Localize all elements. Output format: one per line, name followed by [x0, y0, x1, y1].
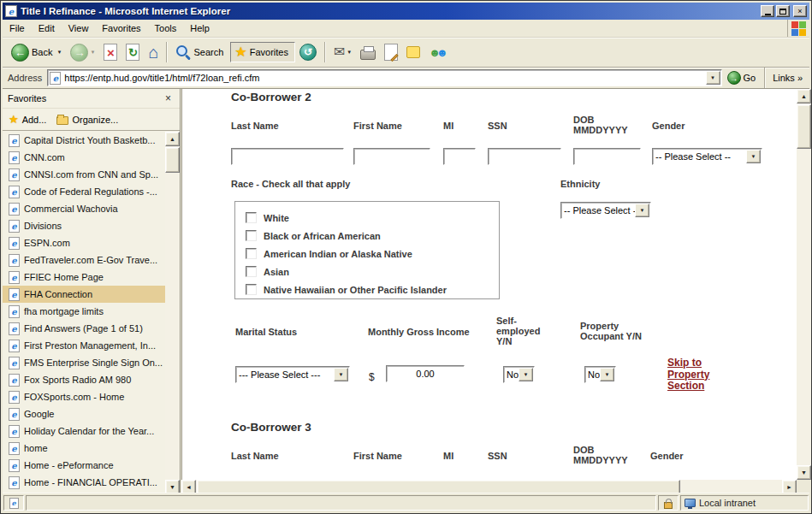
race-option[interactable]: Native Hawaiian or Other Pacific Islande…	[246, 281, 499, 298]
scrollbar-thumb[interactable]	[165, 147, 180, 173]
favorite-item[interactable]: eHome - FINANCIAL OPERATI...	[3, 474, 165, 491]
favorite-item[interactable]: eFOXSports.com - Home	[3, 388, 165, 405]
ie-page-icon: e	[9, 408, 20, 421]
monthly-gross-income-input[interactable]	[386, 365, 465, 382]
race-checkbox-4[interactable]	[246, 284, 257, 295]
back-button[interactable]: ← Back ▼	[7, 40, 66, 65]
dob-label: DOB MMDDYYYY	[573, 115, 628, 135]
links-bar[interactable]: Links »	[769, 73, 806, 83]
race-option[interactable]: Asian	[246, 263, 499, 281]
chevron-down-icon[interactable]: ▼	[600, 368, 614, 381]
add-favorite-button[interactable]: ★ Add...	[9, 114, 46, 125]
mail-dropdown-icon[interactable]: ▼	[347, 50, 352, 55]
mail-button[interactable]: ✉ ▼	[329, 42, 356, 62]
favorites-button[interactable]: ★ Favorites	[230, 42, 295, 62]
search-button[interactable]: Search	[171, 41, 230, 63]
favorite-item-selected[interactable]: eFHA Connection	[3, 286, 165, 303]
favorite-item[interactable]: eFFIEC Home Page	[3, 269, 165, 286]
scroll-up-icon[interactable]: ▲	[797, 89, 811, 103]
print-button[interactable]	[356, 42, 380, 63]
mi-input[interactable]	[443, 148, 476, 165]
favorite-item[interactable]: efha mortgage limits	[3, 303, 165, 320]
ie-page-icon: e	[9, 459, 20, 472]
ssn-label: SSN	[488, 451, 507, 461]
forward-button[interactable]: → ▼	[66, 40, 99, 65]
links-chevron-icon[interactable]: »	[797, 73, 803, 83]
race-option[interactable]: Black or African American	[246, 227, 499, 245]
gender-select[interactable]: -- Please Select -- ▼	[652, 148, 762, 165]
title-bar[interactable]: e Title I Refinance - Microsoft Internet…	[3, 3, 809, 20]
chevron-down-icon[interactable]: ▼	[334, 368, 348, 381]
menu-tools[interactable]: Tools	[148, 20, 184, 37]
back-dropdown-icon[interactable]: ▼	[56, 50, 62, 55]
favorite-item[interactable]: eCNN.com	[3, 149, 165, 166]
ethnicity-select[interactable]: -- Please Select -- ▼	[560, 202, 651, 219]
race-option-label: Black or African American	[264, 231, 381, 241]
favorite-item[interactable]: eHome - ePeformance	[3, 457, 165, 474]
favorites-scrollbar[interactable]: ▲ ▼	[165, 132, 180, 494]
menu-favorites[interactable]: Favorites	[95, 20, 147, 37]
address-dropdown-icon[interactable]: ▼	[706, 71, 720, 85]
maximize-button[interactable]	[776, 5, 790, 17]
favorite-item[interactable]: eFox Sports Radio AM 980	[3, 371, 165, 388]
property-occupant-select[interactable]: No ▼	[584, 366, 616, 383]
menu-file[interactable]: File	[3, 20, 32, 37]
favorite-item[interactable]: eHoliday Calendar for the Year...	[3, 422, 165, 440]
chevron-down-icon[interactable]: ▼	[746, 150, 761, 163]
favorite-item[interactable]: eFMS Enterprise Single Sign On...	[3, 354, 165, 371]
edit-button[interactable]	[380, 40, 402, 64]
menu-help[interactable]: Help	[183, 20, 216, 37]
race-option[interactable]: American Indian or Alaska Native	[246, 245, 499, 263]
skip-to-property-link[interactable]: Skip to Property Section	[667, 357, 722, 393]
address-label: Address	[8, 73, 42, 83]
favorite-item[interactable]: eFedTraveler.com E-Gov Trave...	[3, 251, 165, 269]
favorite-item[interactable]: eCapital District Youth Basketb...	[3, 132, 165, 149]
messenger-button[interactable]: ☻☻	[424, 41, 452, 63]
go-button[interactable]: → Go	[722, 69, 762, 86]
vertical-scrollbar[interactable]: ▲ ▼	[797, 89, 811, 480]
refresh-button[interactable]: ↻	[122, 40, 144, 64]
organize-favorites-button[interactable]: Organize...	[56, 115, 118, 125]
forward-dropdown-icon[interactable]: ▼	[90, 50, 95, 55]
favorite-item[interactable]: eCommercial Wachovia	[3, 200, 165, 217]
home-button[interactable]: ⌂	[144, 40, 163, 64]
chevron-down-icon[interactable]: ▼	[519, 368, 533, 381]
race-checkbox-1[interactable]	[246, 230, 257, 241]
menu-view[interactable]: View	[62, 20, 96, 37]
race-checkbox-2[interactable]	[246, 248, 257, 259]
favorites-close-icon[interactable]: ×	[162, 92, 175, 104]
favorite-item[interactable]: eFirst Preston Management, In...	[3, 337, 165, 354]
history-button[interactable]: ↺	[295, 40, 321, 64]
race-checkbox-3[interactable]	[246, 266, 257, 277]
ie-page-icon: e	[9, 288, 20, 301]
address-input[interactable]: e https://entp.hud.gov/title1/html/f72lo…	[47, 69, 721, 86]
ssn-input[interactable]	[488, 148, 561, 165]
favorite-item[interactable]: eFind Answers (Page 1 of 51)	[3, 320, 165, 337]
favorite-item[interactable]: eCNNSI.com from CNN and Sp...	[3, 166, 165, 183]
scrollbar-thumb[interactable]	[797, 104, 811, 149]
favorite-item-label: FedTraveler.com E-Gov Trave...	[24, 255, 157, 265]
favorite-item[interactable]: eESPN.com	[3, 234, 165, 251]
favorite-item[interactable]: eGoogle	[3, 405, 165, 422]
marital-status-select[interactable]: --- Please Select --- ▼	[235, 366, 350, 383]
race-checkbox-0[interactable]	[246, 212, 257, 223]
self-employed-select[interactable]: No ▼	[503, 366, 535, 383]
last-name-input[interactable]	[231, 148, 344, 165]
minimize-button[interactable]	[761, 5, 774, 17]
stop-button[interactable]: ×	[99, 40, 122, 64]
favorite-item[interactable]: eDivisions	[3, 217, 165, 234]
favorite-item[interactable]: ehome	[3, 440, 165, 457]
scroll-up-icon[interactable]: ▲	[165, 132, 180, 146]
first-name-input[interactable]	[353, 148, 430, 165]
race-option[interactable]: White	[246, 209, 499, 227]
scroll-down-icon[interactable]: ▼	[797, 465, 811, 480]
dob-input[interactable]	[573, 148, 641, 165]
security-zone-label: Local intranet	[699, 498, 756, 508]
race-label: Race - Check all that apply	[231, 179, 350, 189]
favorite-item[interactable]: eCode of Federal Regulations -...	[3, 183, 165, 200]
close-button[interactable]: ×	[793, 5, 807, 17]
menu-edit[interactable]: Edit	[32, 20, 62, 37]
menu-bar: File Edit View Favorites Tools Help	[3, 20, 809, 38]
chevron-down-icon[interactable]: ▼	[635, 204, 649, 217]
discuss-button[interactable]	[402, 43, 424, 62]
